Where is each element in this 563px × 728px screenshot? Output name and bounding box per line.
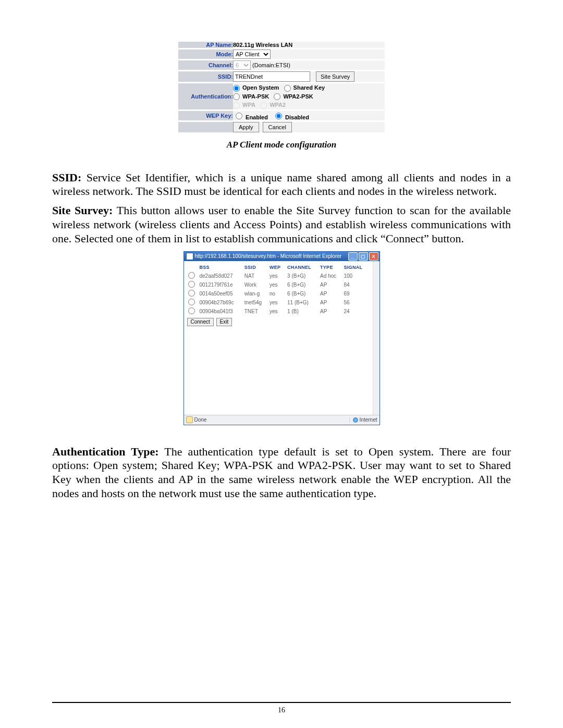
figure-caption: AP Client mode configuration <box>52 140 511 150</box>
auth-wpa-psk[interactable]: WPA-PSK <box>233 93 269 100</box>
ssid-label: SSID: <box>178 71 233 82</box>
wep-key-label: WEP Key: <box>178 111 233 120</box>
auth-wpa: WPA <box>233 102 255 108</box>
table-row[interactable]: 0012179f761eWorkyes6 (B+G)AP84 <box>187 280 370 289</box>
channel-label: Channel: <box>178 60 233 70</box>
channel-select: 6 <box>233 60 251 70</box>
window-titlebar: http://192.168.1.100/sitesurvey.htm - Mi… <box>184 252 380 261</box>
done-icon <box>186 416 193 423</box>
ap-name-label: AP Name: <box>178 42 233 48</box>
auth-shared-key[interactable]: Shared Key <box>284 84 325 91</box>
wep-enabled[interactable]: Enabled <box>233 114 268 120</box>
site-survey-button[interactable]: Site Survey <box>316 71 354 82</box>
para-site-survey: Site Survey: This button allows user to … <box>52 204 511 245</box>
table-row[interactable]: 00904ba041f3TNETyes1 (B)AP24 <box>187 307 370 316</box>
row-select[interactable] <box>188 299 195 305</box>
col-ssid: SSID <box>243 263 268 272</box>
site-survey-window: http://192.168.1.100/sitesurvey.htm - Mi… <box>183 251 380 425</box>
table-row[interactable]: de2aaf58d027NATyes3 (B+G)Ad hoc100 <box>187 272 370 280</box>
close-button[interactable]: X <box>369 252 378 261</box>
mode-select[interactable]: AP Client <box>233 50 271 59</box>
col-wep: WEP <box>268 263 286 272</box>
auth-wpa2: WPA2 <box>260 102 286 108</box>
scrollbar[interactable] <box>373 261 380 415</box>
maximize-button[interactable]: ▢ <box>359 252 368 261</box>
auth-open-system[interactable]: Open System <box>233 84 279 91</box>
para-auth-type: Authentication Type: The authentication … <box>52 445 511 501</box>
col-channel: CHANNEL <box>286 263 319 272</box>
apply-button[interactable]: Apply <box>233 122 259 132</box>
ssid-input[interactable] <box>233 71 310 82</box>
page-number: 16 <box>0 706 563 714</box>
channel-domain: (Domain:ETSI) <box>252 62 290 68</box>
status-done: Done <box>194 417 207 423</box>
row-select[interactable] <box>188 281 195 288</box>
auth-wpa2-psk[interactable]: WPA2-PSK <box>274 93 313 100</box>
col-bss: BSS <box>199 263 243 272</box>
wep-disabled[interactable]: Disabled <box>273 114 309 120</box>
footer-rule <box>52 702 511 703</box>
mode-label: Mode: <box>178 50 233 59</box>
ap-name-value: 802.11g Wireless LAN <box>233 42 292 48</box>
window-title: http://192.168.1.100/sitesurvey.htm - Mi… <box>195 253 347 259</box>
site-survey-table: BSS SSID WEP CHANNEL TYPE SIGNAL de2aaf5… <box>187 263 370 316</box>
authentication-label: Authentication: <box>178 83 233 109</box>
minimize-button[interactable]: _ <box>348 252 358 261</box>
status-zone: Internet <box>360 417 377 423</box>
row-select[interactable] <box>188 290 195 297</box>
ap-config-panel: AP Name: 802.11g Wireless LAN Mode: AP C… <box>178 42 385 132</box>
cancel-button[interactable]: Cancel <box>263 122 292 132</box>
row-select[interactable] <box>188 307 195 314</box>
ie-icon <box>186 253 193 260</box>
para-ssid: SSID: Service Set Identifier, which is a… <box>52 171 511 199</box>
globe-icon <box>353 417 358 423</box>
row-select[interactable] <box>188 272 195 279</box>
table-row[interactable]: 0014a50eef05wlan-gno6 (B+G)AP69 <box>187 289 370 298</box>
col-type: TYPE <box>319 263 343 272</box>
connect-button[interactable]: Connect <box>187 318 214 326</box>
exit-button[interactable]: Exit <box>216 318 232 326</box>
status-bar: Done Internet <box>184 415 380 425</box>
col-signal: SIGNAL <box>343 263 370 272</box>
table-row[interactable]: 00904b27b69ctnet54gyes11 (B+G)AP56 <box>187 298 370 307</box>
buttons-label <box>178 122 233 132</box>
